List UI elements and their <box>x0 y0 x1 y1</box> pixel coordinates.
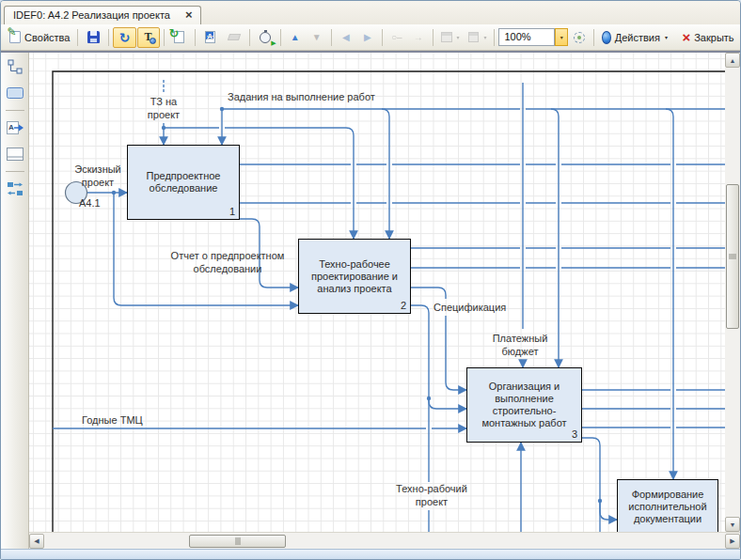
function-box-3[interactable]: Организация и выполнение строительно-мон… <box>466 367 582 443</box>
scroll-left-button[interactable]: ◀ <box>29 534 44 549</box>
vertical-scroll-thumb[interactable] <box>726 184 739 329</box>
window-next-button[interactable]: ▾ <box>465 27 491 48</box>
arrow-tehno-to-box3[interactable] <box>429 398 466 409</box>
arrow-box3-to-box4[interactable] <box>600 501 617 520</box>
properties-button[interactable]: ✎ Свойства <box>5 27 73 48</box>
actions-label: Действия <box>615 32 660 43</box>
zoom-fit-button[interactable] <box>569 27 590 48</box>
dropdown-caret-icon: ▾ <box>665 34 668 40</box>
function-box-1[interactable]: Предпроектное обследование 1 <box>127 145 240 220</box>
scroll-up-icon: ▲ <box>730 57 736 64</box>
move-down-button[interactable]: ▼ <box>307 27 327 48</box>
zoom-dropdown-button[interactable]: ▾ <box>555 28 568 46</box>
arrow-down-icon: ▼ <box>312 32 322 42</box>
box-title: Техно-рабочее проектирование и анализ пр… <box>304 258 405 295</box>
arrow-label-spec[interactable]: Спецификация <box>434 301 506 314</box>
horizontal-scrollbar[interactable]: ◀ ▶ <box>29 532 740 549</box>
vertical-scrollbar[interactable]: ▲ ▼ <box>725 53 740 532</box>
scroll-right-button[interactable]: ▶ <box>725 534 740 549</box>
zoom-fit-icon <box>574 32 585 43</box>
tool-text-arrow[interactable]: A <box>4 117 26 138</box>
tool-flows[interactable] <box>4 179 26 199</box>
tab-close-icon[interactable]: × <box>185 10 193 20</box>
eraser-icon <box>227 29 242 45</box>
tool-frame[interactable] <box>4 144 26 164</box>
link-start-icon: ○– <box>391 32 402 42</box>
window-icon <box>441 32 452 42</box>
tab-bar: IDEF0: A4.2 Реализация проекта × <box>1 1 740 24</box>
thumb-grip <box>235 537 240 545</box>
box-number: 1 <box>229 206 235 218</box>
thumb-grip <box>729 255 736 259</box>
tab-title: IDEF0: A4.2 Реализация проекта <box>13 9 170 21</box>
tool-palette: A <box>1 53 29 549</box>
scroll-down-icon: ▼ <box>730 521 736 528</box>
toolbar-separator <box>433 29 434 46</box>
timer-button[interactable]: ▶ <box>254 27 276 48</box>
arrow-zadaniya-to-box2[interactable] <box>382 109 389 239</box>
move-up-button[interactable]: ▲ <box>285 27 306 48</box>
reload-page-button[interactable]: ↻ <box>168 27 191 48</box>
horizontal-scroll-thumb[interactable] <box>189 535 286 548</box>
link-end-icon: → <box>414 32 423 42</box>
frame-tool-icon <box>6 147 24 162</box>
toolbar-separator <box>382 29 383 46</box>
tab-idef0-diagram[interactable]: IDEF0: A4.2 Реализация проекта × <box>4 6 201 24</box>
show-titles-button[interactable]: T <box>137 27 160 48</box>
box-title: Предпроектное обследование <box>133 170 234 194</box>
scroll-down-button[interactable]: ▼ <box>725 517 740 532</box>
arrow-label-otchet[interactable]: Отчет о предпроектном обследовании <box>157 249 298 275</box>
stopwatch-icon: ▶ <box>258 29 273 45</box>
zoom-level-input[interactable]: 100% <box>498 28 554 46</box>
main-area: A <box>1 51 740 549</box>
window-bottom-edge <box>1 549 740 559</box>
box-number: 2 <box>401 300 406 312</box>
arrow-right-icon: ▶ <box>364 32 371 42</box>
toolbar-separator <box>249 29 250 46</box>
tool-function-box[interactable] <box>4 83 26 103</box>
tool-connector[interactable] <box>4 56 26 77</box>
actions-button[interactable]: Действия ▾ <box>598 27 671 48</box>
link-start-button[interactable]: ○– <box>386 27 407 48</box>
globe-icon <box>602 31 611 44</box>
close-button[interactable]: × Закрыть <box>680 27 736 48</box>
toolbar-separator <box>164 29 165 46</box>
nav-forward-button[interactable]: ▶ <box>357 27 378 48</box>
save-button[interactable] <box>82 27 104 48</box>
arrow-up-icon: ▲ <box>291 32 300 42</box>
close-x-icon: × <box>682 32 690 43</box>
floppy-icon <box>86 29 101 45</box>
function-box-2[interactable]: Техно-рабочее проектирование и анализ пр… <box>298 239 411 314</box>
box-title: Организация и выполнение строительно-мон… <box>472 381 576 429</box>
arrow-label-tz[interactable]: ТЗ на проект <box>135 95 192 121</box>
palette-divider <box>6 171 24 172</box>
arrow-box3-output-down[interactable] <box>582 438 600 532</box>
toolbar-separator <box>77 29 78 46</box>
toolbar-separator <box>280 29 281 46</box>
nav-back-button[interactable]: ◀ <box>336 27 356 48</box>
close-label: Закрыть <box>694 32 733 43</box>
app-window: IDEF0: A4.2 Реализация проекта × ✎ Свойс… <box>0 0 741 560</box>
toolbar: ✎ Свойства ↻ T ↻ A ▶ ▲ ▼ ◀ ▶ ○– → ▾ ▾ 10… <box>1 24 740 51</box>
arrow-label-tehno[interactable]: Техно-рабочий проект <box>388 482 475 508</box>
arrow-label-eskiz[interactable]: Эскизный проект <box>69 163 127 189</box>
window-prev-button[interactable]: ▾ <box>437 27 464 48</box>
arrow-label-zadaniya[interactable]: Задания на выполнение работ <box>228 90 375 103</box>
scroll-up-button[interactable]: ▲ <box>725 53 740 68</box>
link-end-button[interactable]: → <box>408 27 429 48</box>
dropdown-caret-icon: ▾ <box>457 34 460 40</box>
eraser-button[interactable] <box>223 27 245 48</box>
external-ref-label[interactable]: A4.1 <box>79 196 101 210</box>
title-visibility-icon: T <box>141 29 156 45</box>
text-block-button[interactable]: A <box>199 27 222 48</box>
function-box-4[interactable]: Формирование исполнительной документации <box>617 479 718 532</box>
dropdown-caret-icon: ▾ <box>483 34 486 40</box>
diagram-canvas[interactable]: Предпроектное обследование 1 Техно-рабоч… <box>29 53 725 532</box>
scroll-left-icon: ◀ <box>34 537 39 545</box>
text-arrow-tool-icon: A <box>6 119 24 136</box>
dropdown-caret-icon: ▾ <box>560 34 563 40</box>
arrow-zadaniya-to-box3[interactable] <box>551 109 559 367</box>
arrow-label-plat[interactable]: Платежный бюджет <box>486 332 554 358</box>
arrow-label-godnye[interactable]: Годные ТМЦ <box>82 413 143 427</box>
refresh-names-button[interactable]: ↻ <box>113 27 135 48</box>
